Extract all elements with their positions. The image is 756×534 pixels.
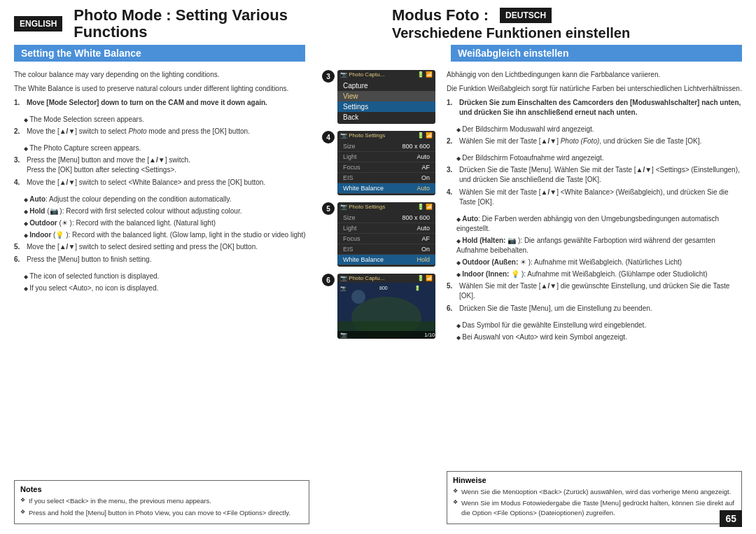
list-item-5: 5. Move the [▲/▼] switch to select desir… (14, 242, 309, 252)
settings-size: Size 800 x 600 (337, 141, 435, 152)
step-6-row: 6 📷 Photo Captu... 🔋 📶 (322, 274, 434, 340)
screen-6: 📷 Photo Captu... 🔋 📶 📷 (337, 274, 435, 339)
step-5-row: 5 📷 Photo Settings 🔋 📶 Size 800 x 600 (322, 202, 434, 268)
settings-focus: Focus AF (337, 162, 435, 173)
hinweise-title: Hinweise (453, 476, 736, 484)
hinweise-box: Hinweise Wenn Sie die Menüoption <Back> … (447, 471, 742, 524)
title-de-1: Modus Foto : (392, 7, 489, 24)
de-note-2: Der Bildschirm Fotoaufnahme wird angezei… (456, 153, 742, 163)
de-intro-2: Die Funktion Weißabgleich sorgt für natü… (447, 84, 742, 94)
screen-6-title: 📷 Photo Captu... 🔋 📶 (337, 274, 435, 283)
main-layout: The colour balance may vary depending on… (14, 70, 742, 527)
de-item-1: 1. Drücken Sie zum Einschalten des Camco… (447, 98, 742, 118)
photo-thumbnail: 📷 800 🔋 📷 1/100 (337, 283, 435, 339)
menu-back: Back (337, 112, 435, 122)
note-1: The Mode Selection screen appears. (24, 115, 309, 125)
step-circle-3: 3 (322, 70, 335, 83)
settings-focus-5: Focus AF (337, 234, 435, 244)
de-note-4d: Indoor (Innen: 💡 ): Aufnahme mit Weißabg… (456, 269, 742, 279)
english-list-3: 3. Press the [Menu] button and move the … (14, 155, 309, 190)
de-intro-1: Abhängig von den Lichtbedingungen kann d… (447, 70, 742, 80)
title-en: Photo Mode : Setting Various Functions (74, 7, 364, 41)
page-container: ENGLISH Photo Mode : Setting Various Fun… (0, 0, 756, 534)
note-4b: Hold (📷 ): Record with first selected co… (24, 206, 309, 216)
svg-text:🔋: 🔋 (414, 285, 421, 291)
screen-5-title: 📷 Photo Settings 🔋 📶 (337, 202, 435, 211)
notes-item-2: Press and hold the [Menu] button in Phot… (20, 508, 303, 517)
header-right: Modus Foto : DEUTSCH Verschiedene Funkti… (378, 7, 742, 42)
settings-wb: White Balance Auto (337, 183, 435, 194)
screen-4-title: 📷 Photo Settings 🔋 📶 (337, 131, 435, 140)
list-item-2: 2. Move the [▲/▼] switch to select Photo… (14, 127, 309, 136)
settings-eis: EIS On (337, 173, 435, 183)
settings-light-5: Light Auto (337, 223, 435, 234)
step-circle-5: 5 (322, 202, 335, 215)
title-de-2: Verschiedene Funktionen einstellen (392, 25, 742, 41)
menu-settings: Settings (337, 101, 435, 112)
note-6b: If you select <Auto>, no icon is display… (24, 283, 309, 293)
hinweise-item-2: Wenn Sie im Modus Fotowiedergabe die Tas… (453, 498, 736, 517)
right-column: Abhängig von den Lichtbedingungen kann d… (434, 70, 742, 527)
settings-wb-5: White Balance Hold (337, 255, 435, 265)
de-note-4b: Hold (Halten: 📷 ): Die anfangs gewählte … (456, 236, 742, 255)
de-item-6: 6. Drücken Sie die Taste [Menu], um die … (447, 304, 742, 314)
step-circle-4: 4 (322, 131, 335, 143)
de-note-6b: Bei Auswahl von <Auto> wird kein Symbol … (456, 332, 742, 342)
de-item-2: 2. Wählen Sie mit der Taste [▲/▼] Photo … (447, 136, 742, 146)
notes-title: Notes (20, 485, 303, 493)
note-6a: The icon of selected function is display… (24, 272, 309, 281)
section-header-en: Setting the White Balance (14, 45, 305, 62)
screen-3: 📷 Photo Captu... 🔋 📶 Capture View Settin… (337, 70, 435, 124)
hinweise-item-1: Wenn Sie die Menüoption <Back> (Zurück) … (453, 487, 736, 496)
settings-size-5: Size 800 x 600 (337, 213, 435, 223)
intro-text-2: The White Balance is used to preserve na… (14, 84, 309, 94)
english-list-5: 5. Move the [▲/▼] switch to select desir… (14, 242, 309, 267)
screen-4-body: Size 800 x 600 Light Auto Focus AF (337, 140, 435, 195)
english-list-2: 2. Move the [▲/▼] switch to select Photo… (14, 127, 309, 139)
de-note-4a: Auto: Die Farben werden abhängig von den… (456, 214, 742, 234)
svg-text:800: 800 (379, 286, 388, 290)
screen-5: 📷 Photo Settings 🔋 📶 Size 800 x 600 Ligh… (337, 202, 435, 267)
svg-point-3 (351, 290, 365, 304)
menu-capture: Capture (337, 80, 435, 91)
screen-3-body: Capture View Settings Back (337, 79, 435, 124)
note-2: The Photo Capture screen appears. (24, 143, 309, 153)
section-header-de: Weißabgleich einstellen (451, 45, 742, 62)
list-item-6: 6. Press the [Menu] button to finish set… (14, 255, 309, 265)
header-row: ENGLISH Photo Mode : Setting Various Fun… (14, 7, 742, 42)
notes-item-1: If you select <Back> in the menu, the pr… (20, 496, 303, 505)
de-item-3: 3. Drücken Sie die Taste [Menu]. Wählen … (447, 165, 742, 185)
de-list-3: 3. Drücken Sie die Taste [Menu]. Wählen … (447, 165, 742, 210)
page-number: 65 (720, 510, 742, 527)
screen-3-title: 📷 Photo Captu... 🔋 📶 (337, 70, 435, 79)
list-item-4: 4. Move the [▲/▼] switch to select <Whit… (14, 178, 309, 188)
screen-5-body: Size 800 x 600 Light Auto Focus AF (337, 211, 435, 267)
de-note-6a: Das Symbol für die gewählte Einstellung … (456, 321, 742, 330)
de-list-5: 5. Wählen Sie mit der Taste [▲/▼] die ge… (447, 281, 742, 316)
english-list: 1. Move [Mode Selector] down to turn on … (14, 98, 309, 111)
step-3-row: 3 📷 Photo Captu... 🔋 📶 Capture View Sett… (322, 70, 434, 125)
step-4-row: 4 📷 Photo Settings 🔋 📶 Size 800 x 600 (322, 131, 434, 197)
de-note-1: Der Bildschirm Moduswahl wird angezeigt. (456, 125, 742, 134)
settings-eis-5: EIS On (337, 244, 435, 255)
note-4a: Auto: Adjust the colour depending on the… (24, 195, 309, 204)
intro-text-1: The colour balance may vary depending on… (14, 70, 309, 80)
de-note-4c: Outdoor (Außen: ☀ ): Aufnahme mit Weißab… (456, 258, 742, 267)
menu-view: View (337, 91, 435, 101)
left-column: The colour balance may vary depending on… (14, 70, 322, 527)
de-item-4: 4. Wählen Sie mit der Taste [▲/▼] <White… (447, 188, 742, 207)
camera-column: 3 📷 Photo Captu... 🔋 📶 Capture View Sett… (322, 70, 434, 527)
lang-badge-en: ENGLISH (14, 16, 62, 31)
note-4c: Outdoor (☀ ): Record with the balanced l… (24, 218, 309, 228)
photo-bottom-bar: 📷 1/100 (337, 331, 435, 339)
settings-light: Light Auto (337, 152, 435, 162)
de-list-2: 2. Wählen Sie mit der Taste [▲/▼] Photo … (447, 136, 742, 149)
de-list-1: 1. Drücken Sie zum Einschalten des Camco… (447, 98, 742, 120)
step-circle-6: 6 (322, 274, 335, 286)
note-4d: Indoor (💡 ): Record with the balanced li… (24, 230, 309, 240)
photo-svg: 📷 800 🔋 (337, 283, 435, 337)
screen-4: 📷 Photo Settings 🔋 📶 Size 800 x 600 Ligh… (337, 131, 435, 195)
notes-box: Notes If you select <Back> in the menu, … (14, 480, 309, 524)
svg-text:📷: 📷 (340, 285, 346, 291)
de-item-5: 5. Wählen Sie mit der Taste [▲/▼] die ge… (447, 281, 742, 301)
